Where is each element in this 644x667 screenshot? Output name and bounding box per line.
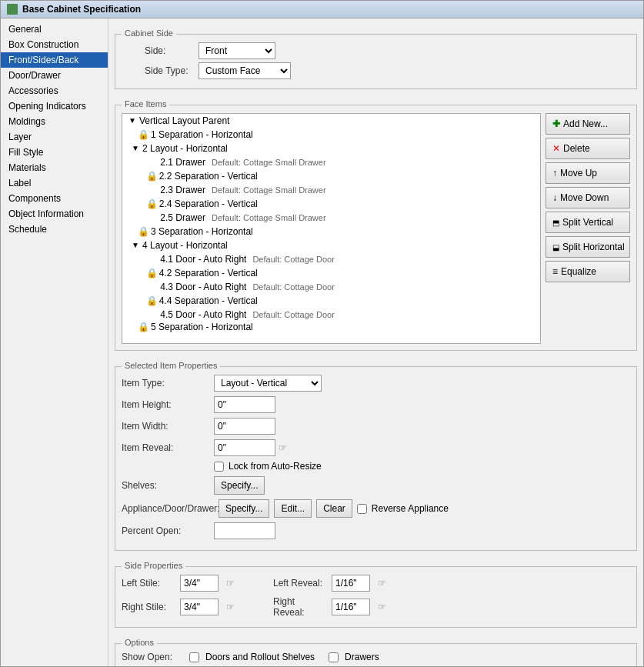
tree-item-2-4[interactable]: 🔒 2.4 Separation - Vertical — [122, 197, 540, 211]
spacer — [141, 295, 146, 306]
sidebar-item-accessories[interactable]: Accessories — [1, 83, 108, 98]
plus-icon: ✚ — [552, 118, 560, 129]
spacer — [150, 212, 160, 223]
item-width-input[interactable] — [214, 418, 275, 435]
item-type-row: Item Type: Layout - Vertical Layout - Ho… — [122, 375, 630, 392]
item-height-input[interactable] — [214, 396, 275, 413]
left-stile-input[interactable] — [180, 575, 219, 592]
percent-open-input[interactable] — [214, 522, 275, 539]
tree-item-2-1[interactable]: 2.1 Drawer Default: Cottage Small Drawer — [122, 155, 540, 169]
right-stile-label: Right Stile: — [122, 602, 175, 612]
options-section: Options Show Open: Doors and Rollout She… — [115, 643, 637, 666]
tree-item-4-2[interactable]: 🔒 4.2 Separation - Vertical — [122, 266, 540, 280]
sidebar-item-materials[interactable]: Materials — [1, 160, 108, 175]
window-icon — [7, 4, 18, 15]
tree-item-4-4[interactable]: 🔒 4.4 Separation - Vertical — [122, 294, 540, 308]
equalize-button[interactable]: ≡ Equalize — [546, 261, 630, 282]
sidebar-item-fill-style[interactable]: Fill Style — [1, 145, 108, 160]
x-icon: ✕ — [552, 143, 560, 154]
expand-icon[interactable]: ▼ — [128, 116, 138, 125]
split-vertical-button[interactable]: ⬒ Split Vertical — [546, 212, 630, 233]
tree-item-parent[interactable]: ▼ Vertical Layout Parent — [122, 114, 540, 128]
item-width-row: Item Width: — [122, 418, 630, 435]
left-reveal-input[interactable] — [332, 575, 370, 592]
tree-item-4-layout[interactable]: ▼ 4 Layout - Horizontal — [122, 238, 540, 252]
move-up-button[interactable]: ↑ Move Up — [546, 162, 630, 184]
drawers-checkbox[interactable] — [329, 652, 339, 662]
side-row: Side: Front Back Left Right — [122, 42, 630, 59]
tree-item-style: Default: Cottage Door — [252, 255, 334, 264]
tree-item-2-3[interactable]: 2.3 Drawer Default: Cottage Small Drawer — [122, 183, 540, 197]
appliance-edit-button[interactable]: Edit... — [274, 499, 312, 518]
sidebar-item-moldings[interactable]: Moldings — [1, 114, 108, 129]
expand-icon-4[interactable]: ▼ — [132, 241, 141, 250]
tree-item-2-2[interactable]: 🔒 2.2 Separation - Vertical — [122, 169, 540, 183]
face-items-title: Face Items — [122, 99, 169, 108]
sidebar-item-front-sides-back[interactable]: Front/Sides/Back — [1, 52, 108, 68]
right-stile-hand: ☞ — [226, 602, 235, 612]
tree-item-label: 2.1 Drawer — [160, 157, 205, 168]
lock-auto-resize-label: Lock from Auto-Resize — [229, 461, 322, 472]
percent-open-label: Percent Open: — [122, 525, 214, 536]
lock-icon-1: 🔒 — [138, 129, 149, 140]
sidebar-item-layer[interactable]: Layer — [1, 129, 108, 145]
sidebar-item-opening-indicators[interactable]: Opening Indicators — [1, 98, 108, 114]
spacer — [141, 268, 146, 278]
side-select[interactable]: Front Back Left Right — [199, 42, 275, 59]
left-reveal-label: Left Reveal: — [273, 578, 327, 589]
tree-item-label: 2.3 Drawer — [160, 185, 205, 195]
add-new-button[interactable]: ✚ Add New... — [546, 113, 630, 135]
move-down-button[interactable]: ↓ Move Down — [546, 187, 630, 208]
right-stile-input[interactable] — [180, 599, 219, 615]
right-reveal-input[interactable] — [332, 599, 370, 615]
appliance-clear-button[interactable]: Clear — [316, 499, 352, 518]
right-buttons: ✚ Add New... ✕ Delete ↑ Move Up ↓ — [546, 113, 630, 344]
left-reveal-item: Left Reveal: ☞ — [273, 575, 386, 592]
sidebar-item-label[interactable]: Label — [1, 175, 108, 191]
face-items-section: Face Items ▼ Vertical Layout Parent 🔒 1 … — [115, 105, 637, 351]
sidebar-item-object-information[interactable]: Object Information — [1, 206, 108, 222]
sidebar-item-box-construction[interactable]: Box Construction — [1, 37, 108, 52]
tree-item-style: Default: Cottage Small Drawer — [212, 185, 326, 195]
side-type-row: Side Type: Custom Face Standard — [122, 62, 630, 79]
appliance-specify-button[interactable]: Specify... — [219, 499, 269, 518]
tree-item-5-sep[interactable]: 🔒 5 Separation - Horizontal — [122, 322, 540, 332]
split-horizontal-button[interactable]: ⬓ Split Horizontal — [546, 236, 630, 258]
tree-item-2-layout[interactable]: ▼ 2 Layout - Horizontal — [122, 142, 540, 155]
item-type-select[interactable]: Layout - Vertical Layout - Horizontal Dr… — [214, 375, 322, 392]
tree-item-label: 2.4 Separation - Vertical — [159, 198, 258, 209]
tree-item-4-1[interactable]: 4.1 Door - Auto Right Default: Cottage D… — [122, 252, 540, 266]
tree-item-label: 2.2 Separation - Vertical — [159, 171, 258, 182]
tree-item-3-sep[interactable]: 🔒 3 Separation - Horizontal — [122, 225, 540, 238]
delete-button[interactable]: ✕ Delete — [546, 138, 630, 159]
tree-item-4-3[interactable]: 4.3 Door - Auto Right Default: Cottage D… — [122, 280, 540, 294]
left-stile-item: Left Stile: ☞ — [122, 575, 235, 592]
tree-item-label: 4.5 Door - Auto Right — [160, 309, 246, 320]
sidebar-item-components[interactable]: Components — [1, 191, 108, 206]
tree-item-1-sep[interactable]: 🔒 1 Separation - Horizontal — [122, 128, 540, 142]
sidebar-item-general[interactable]: General — [1, 22, 108, 37]
content-area: Cabinet Side Side: Front Back Left Right… — [108, 18, 643, 666]
main-content: General Box Construction Front/Sides/Bac… — [1, 18, 643, 666]
expand-icon-2[interactable]: ▼ — [132, 144, 141, 153]
item-reveal-input[interactable] — [214, 439, 275, 456]
sidebar-item-door-drawer[interactable]: Door/Drawer — [1, 68, 108, 83]
tree-item-4-5[interactable]: 4.5 Door - Auto Right Default: Cottage D… — [122, 308, 540, 322]
tree-item-2-5[interactable]: 2.5 Drawer Default: Cottage Small Drawer — [122, 211, 540, 225]
shelves-specify-button[interactable]: Specify... — [214, 476, 265, 495]
appliance-label: Appliance/Door/Drawer: — [122, 503, 214, 514]
tree-item-label: 2 Layout - Horizontal — [142, 143, 228, 154]
left-stile-label: Left Stile: — [122, 578, 175, 589]
item-width-label: Item Width: — [122, 421, 214, 432]
sidebar-item-schedule[interactable]: Schedule — [1, 222, 108, 237]
reverse-appliance-checkbox[interactable] — [357, 504, 367, 514]
lock-icon-3: 🔒 — [138, 226, 149, 237]
doors-rollout-checkbox[interactable] — [189, 652, 199, 662]
face-items-tree[interactable]: ▼ Vertical Layout Parent 🔒 1 Separation … — [122, 113, 541, 344]
up-arrow-icon: ↑ — [552, 168, 557, 178]
spacer — [150, 309, 160, 320]
side-type-select[interactable]: Custom Face Standard — [199, 62, 291, 79]
lock-auto-resize-checkbox[interactable] — [214, 462, 224, 472]
right-reveal-item: Right Reveal: ☞ — [273, 596, 386, 618]
stile-reveal-row1: Left Stile: ☞ Left Reveal: ☞ — [122, 575, 630, 592]
